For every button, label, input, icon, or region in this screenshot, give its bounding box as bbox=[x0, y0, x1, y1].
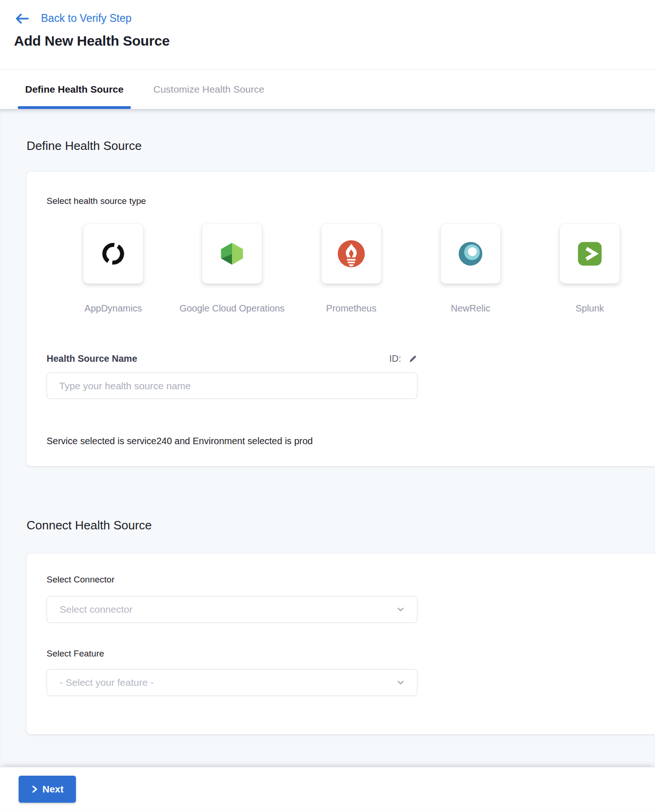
id-label: ID: bbox=[389, 353, 401, 364]
chevron-down-icon bbox=[396, 677, 406, 688]
next-button-label: Next bbox=[42, 784, 64, 795]
main-content: Define Health Source Select health sourc… bbox=[0, 109, 655, 767]
health-source-label-row: AppDynamics Google Cloud Operations Prom… bbox=[47, 303, 636, 314]
select-source-type-label: Select health source type bbox=[47, 196, 636, 206]
service-environment-note: Service selected is service240 and Envir… bbox=[47, 436, 636, 447]
back-arrow-icon bbox=[14, 13, 30, 25]
back-link-label[interactable]: Back to Verify Step bbox=[41, 12, 131, 25]
define-health-source-card: Select health source type bbox=[27, 172, 655, 466]
health-source-name-input[interactable] bbox=[47, 372, 417, 399]
edit-pencil-icon[interactable] bbox=[409, 354, 417, 363]
label-appdynamics: AppDynamics bbox=[84, 303, 142, 314]
page-header: Back to Verify Step Add New Health Sourc… bbox=[0, 0, 655, 70]
feature-select[interactable]: - Select your feature - bbox=[47, 669, 417, 696]
feature-select-placeholder: - Select your feature - bbox=[60, 677, 154, 688]
appdynamics-icon bbox=[100, 240, 127, 267]
google-cloud-operations-icon bbox=[218, 240, 246, 267]
connector-select[interactable]: Select connector bbox=[47, 596, 417, 623]
next-button[interactable]: Next bbox=[19, 776, 76, 803]
define-section-heading: Define Health Source bbox=[27, 109, 655, 153]
health-source-tile-row bbox=[47, 224, 636, 284]
label-prometheus: Prometheus bbox=[326, 303, 376, 314]
connect-section-heading: Connect Health Source bbox=[27, 466, 655, 533]
select-feature-label: Select Feature bbox=[47, 649, 636, 659]
connect-health-source-card: Select Connector Select connector Select… bbox=[27, 554, 655, 734]
tab-bar: Define Health Source Customize Health So… bbox=[0, 70, 655, 109]
prometheus-icon bbox=[337, 239, 366, 268]
footer-bar: Next bbox=[0, 767, 655, 811]
connector-select-placeholder: Select connector bbox=[60, 604, 132, 615]
chevron-down-icon bbox=[396, 604, 406, 615]
splunk-icon bbox=[576, 240, 603, 267]
health-source-name-label: Health Source Name bbox=[47, 353, 137, 364]
label-google-cloud-operations: Google Cloud Operations bbox=[179, 303, 285, 314]
tile-splunk[interactable] bbox=[560, 224, 620, 284]
back-link[interactable]: Back to Verify Step bbox=[14, 12, 641, 25]
label-splunk: Splunk bbox=[575, 303, 604, 314]
newrelic-icon bbox=[457, 240, 484, 267]
tile-appdynamics[interactable] bbox=[83, 224, 143, 284]
chevron-right-icon bbox=[31, 785, 38, 793]
tile-prometheus[interactable] bbox=[321, 224, 381, 284]
health-source-name-row: Health Source Name ID: bbox=[47, 353, 417, 364]
tab-define-health-source[interactable]: Define Health Source bbox=[18, 70, 131, 109]
tab-customize-health-source[interactable]: Customize Health Source bbox=[146, 70, 272, 109]
tile-google-cloud-operations[interactable] bbox=[202, 224, 262, 284]
tile-newrelic[interactable] bbox=[441, 224, 500, 284]
select-connector-label: Select Connector bbox=[47, 575, 636, 585]
label-newrelic: NewRelic bbox=[451, 303, 490, 314]
id-edit-wrap: ID: bbox=[389, 353, 417, 364]
page-title: Add New Health Source bbox=[14, 33, 641, 49]
